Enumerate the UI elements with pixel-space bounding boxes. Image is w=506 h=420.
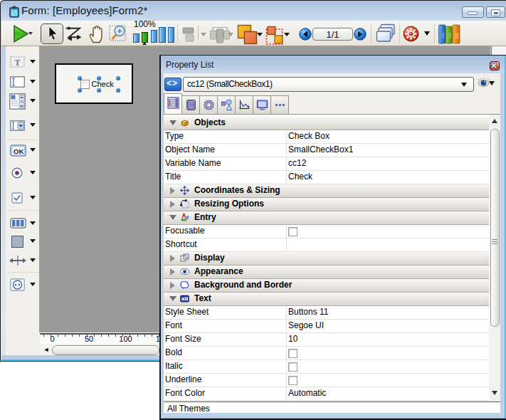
svg-text:ab: ab (181, 295, 188, 302)
svg-text:#: # (186, 214, 189, 221)
